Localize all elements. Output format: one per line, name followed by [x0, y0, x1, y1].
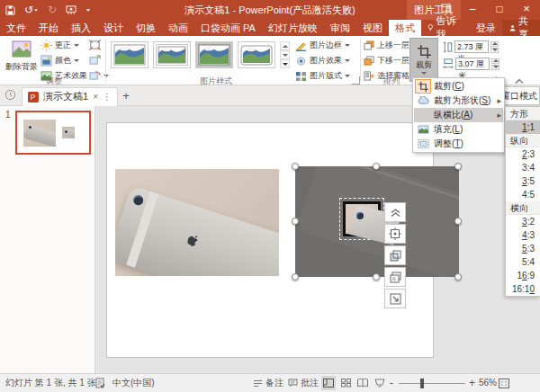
selection-handle-top-right[interactable] — [454, 163, 462, 170]
zoom-out-button[interactable]: - — [390, 374, 393, 392]
picture-style-3[interactable] — [195, 41, 233, 68]
new-tab-button[interactable]: + — [118, 89, 134, 102]
fit-to-window-button[interactable] — [499, 374, 509, 392]
tab-format[interactable]: 格式 — [389, 20, 421, 36]
tab-pocket-animation[interactable]: 口袋动画 PA — [194, 20, 262, 36]
remove-background-button[interactable]: 删除背景 — [4, 39, 39, 73]
gallery-scrollbar[interactable] — [280, 41, 290, 68]
left-picture[interactable] — [115, 169, 279, 276]
tab-transitions[interactable]: 切换 — [130, 20, 162, 36]
corrections-button[interactable]: 更正 — [40, 40, 79, 51]
tab-animations[interactable]: 动画 — [162, 20, 194, 36]
sign-in-button[interactable]: 登录 — [470, 20, 502, 36]
ratio-4-3[interactable]: 4:3 — [506, 228, 540, 242]
tab-review[interactable]: 审阅 — [324, 20, 356, 36]
crop-button[interactable]: 裁剪 — [410, 38, 438, 82]
comments-button[interactable]: 批注 — [288, 374, 319, 392]
zoom-slider-thumb[interactable] — [420, 379, 424, 388]
tab-view[interactable]: 视图 — [356, 20, 389, 36]
collapse-ribbon-button[interactable] — [515, 76, 526, 83]
slide-thumbnail[interactable] — [15, 111, 91, 155]
compress-picture-button[interactable] — [89, 40, 101, 50]
ratio-16-10[interactable]: 16:10 — [506, 282, 540, 296]
comments-label: 批注 — [301, 374, 319, 392]
spin-down-icon — [492, 49, 498, 51]
layers-button[interactable] — [384, 267, 406, 287]
zoom-slider-track[interactable] — [399, 383, 465, 384]
copy-object-button[interactable] — [384, 245, 406, 265]
menu-item-fit[interactable]: 调整(T) — [414, 137, 503, 151]
ratio-3-2[interactable]: 3:2 — [506, 215, 540, 228]
gallery-up-button[interactable] — [280, 41, 290, 50]
menu-item-label: 调整(T) — [434, 138, 464, 150]
selection-handle-bottom-center[interactable] — [373, 273, 380, 281]
picture-border-button[interactable]: 图片边框 — [295, 40, 350, 51]
picture-style-1[interactable] — [111, 41, 148, 68]
selection-handle-middle-left[interactable] — [292, 218, 299, 225]
tab-insert[interactable]: 插入 — [65, 20, 97, 36]
picture-layout-button[interactable]: 图片版式 — [295, 70, 350, 82]
ratio-5-4[interactable]: 5:4 — [506, 255, 540, 269]
tab-file[interactable]: 文件 — [0, 20, 32, 36]
slide-sorter-button[interactable] — [338, 376, 353, 390]
picture-effects-button[interactable]: 图片效果 — [295, 55, 350, 67]
picture-layout-label: 图片版式 — [310, 70, 342, 82]
tab-more-icon[interactable]: ⋮ — [103, 92, 112, 102]
spell-check-icon[interactable] — [95, 374, 105, 392]
ratio-3-4[interactable]: 3:4 — [506, 161, 540, 174]
tab-close-icon[interactable]: × — [93, 92, 98, 102]
menu-item-crop[interactable]: 裁剪(C) — [414, 79, 503, 94]
ratio-3-5[interactable]: 3:5 — [506, 174, 540, 188]
height-spinner[interactable] — [490, 41, 499, 53]
color-button[interactable]: 颜色 — [40, 55, 79, 67]
gallery-more-button[interactable] — [280, 59, 290, 68]
selection-handle-middle-right[interactable] — [454, 218, 462, 225]
selection-handle-top-left[interactable] — [292, 163, 299, 170]
slideshow-view-button[interactable] — [373, 376, 387, 390]
selection-handle-bottom-right[interactable] — [454, 273, 462, 281]
collapse-toolbar-button[interactable] — [384, 202, 406, 222]
shape-height-field[interactable]: 2.73 厘米 — [454, 40, 489, 53]
color-icon — [40, 55, 52, 67]
submenu-arrow-icon: ▸ — [497, 111, 501, 120]
ratio-4-5[interactable]: 4:5 — [506, 188, 540, 201]
tab-design[interactable]: 设计 — [97, 20, 130, 36]
picture-style-4[interactable] — [238, 41, 275, 68]
menu-item-crop-to-shape[interactable]: 裁剪为形状(S) ▸ — [414, 94, 503, 108]
selection-handle-top-center[interactable] — [373, 163, 380, 170]
notes-button[interactable]: 备注 — [253, 374, 284, 392]
language-indicator[interactable]: 中文(中国) — [112, 374, 155, 392]
center-crop-button[interactable] — [384, 224, 406, 244]
zoom-level[interactable]: 56% — [479, 374, 497, 392]
tab-slideshow[interactable]: 幻灯片放映 — [262, 20, 324, 36]
ratio-5-3[interactable]: 5:3 — [506, 242, 540, 255]
gallery-down-button[interactable] — [280, 50, 290, 59]
shape-width-field[interactable]: 3.07 厘米 — [455, 58, 490, 70]
aspect-ratio-submenu: 方形 1:1 纵向 2:3 3:4 3:5 4:5 横向 3:2 4:3 5:3… — [505, 106, 540, 297]
normal-view-button[interactable] — [321, 376, 336, 390]
down-icon — [283, 54, 288, 57]
ratio-16-9[interactable]: 16:9 — [506, 269, 540, 282]
picture-style-2[interactable] — [153, 41, 191, 68]
selection-handle-bottom-left[interactable] — [292, 273, 299, 281]
tell-me-box[interactable]: 告诉我... — [421, 20, 470, 36]
menu-item-aspect-ratio[interactable]: 纵横比(A) ▸ — [414, 108, 503, 122]
ratio-2-3[interactable]: 2:3 — [506, 147, 540, 161]
ratio-1-1[interactable]: 1:1 — [506, 120, 540, 134]
corrections-label: 更正 — [55, 40, 71, 51]
width-spinner[interactable] — [491, 58, 500, 70]
document-tab[interactable]: P 演示文稿1 × ⋮ — [22, 87, 118, 106]
maximize-button[interactable]: □ — [486, 0, 513, 20]
change-picture-button[interactable] — [89, 55, 101, 66]
resize-button[interactable] — [384, 289, 406, 308]
menu-item-fill[interactable]: 填充(L) — [414, 122, 503, 137]
crop-window[interactable] — [343, 201, 381, 236]
share-button[interactable]: 共享 — [502, 20, 540, 36]
zoom-in-button[interactable]: + — [469, 374, 475, 392]
style-thumb-icon — [113, 44, 146, 66]
tab-plugin-icon[interactable] — [4, 89, 16, 102]
tab-home[interactable]: 开始 — [32, 20, 65, 36]
crop-icon — [418, 45, 431, 58]
styles-dialog-launcher[interactable] — [352, 76, 360, 85]
reading-view-button[interactable] — [356, 376, 370, 390]
